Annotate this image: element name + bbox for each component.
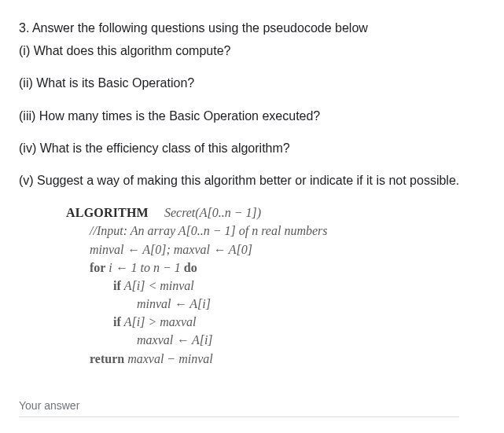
question-title: 3. Answer the following questions using …: [19, 19, 485, 37]
keyword-if: if: [113, 279, 124, 292]
algorithm-return: return maxval − minval: [90, 350, 485, 368]
keyword-if: if: [113, 315, 124, 328]
algorithm-header: ALGORITHM Secret(A[0..n − 1]): [66, 204, 485, 222]
algorithm-name: Secret(A[0..n − 1]): [164, 206, 261, 219]
keyword-for: for: [90, 261, 109, 274]
keyword-do: do: [184, 261, 197, 274]
question-part-iii: (iii) How many times is the Basic Operat…: [19, 107, 485, 125]
answer-section: Your answer: [19, 399, 91, 417]
return-expr: maxval − minval: [127, 352, 213, 365]
question-part-v: (v) Suggest a way of making this algorit…: [19, 171, 485, 189]
keyword-return: return: [90, 352, 127, 365]
algorithm-if-max: if A[i] > maxval: [113, 313, 485, 331]
algorithm-block: ALGORITHM Secret(A[0..n − 1]) //Input: A…: [66, 204, 485, 368]
question-block: 3. Answer the following questions using …: [19, 19, 485, 189]
cond-max: A[i] > maxval: [124, 315, 197, 328]
question-part-ii: (ii) What is its Basic Operation?: [19, 74, 485, 92]
algorithm-assign-min: minval ← A[i]: [137, 295, 485, 313]
question-part-i: (i) What does this algorithm compute?: [19, 42, 485, 60]
algorithm-assign-max: maxval ← A[i]: [137, 331, 485, 349]
algorithm-init: minval ← A[0]; maxval ← A[0]: [90, 240, 485, 259]
algorithm-keyword: ALGORITHM: [66, 206, 149, 219]
algorithm-input-comment: //Input: An array A[0..n − 1] of n real …: [90, 222, 485, 240]
question-page: 3. Answer the following questions using …: [0, 0, 504, 433]
answer-input[interactable]: Your answer: [19, 399, 459, 417]
for-range: i ← 1 to n − 1: [109, 261, 184, 274]
algorithm-for: for i ← 1 to n − 1 do: [90, 259, 485, 277]
cond-min: A[i] < minval: [124, 279, 194, 292]
algorithm-if-min: if A[i] < minval: [113, 277, 485, 295]
question-part-iv: (iv) What is the efficiency class of thi…: [19, 139, 485, 157]
